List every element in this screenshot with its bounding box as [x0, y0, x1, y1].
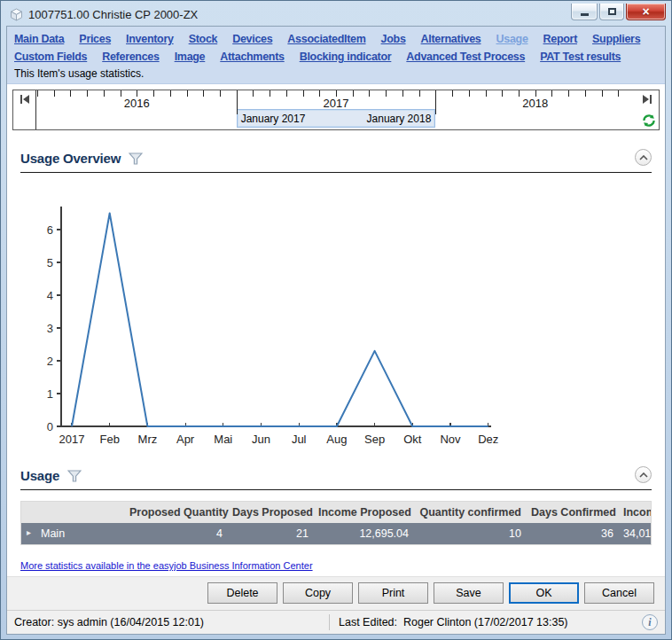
cell-quantity-confirmed: 10	[415, 523, 527, 544]
column-header-proposed-quantity[interactable]: Proposed Quantity	[126, 502, 229, 523]
timeline-year-divider	[237, 90, 238, 114]
tab-main-data[interactable]: Main Data	[14, 30, 64, 48]
skip-start-icon	[20, 95, 30, 104]
timeline[interactable]: January 2017 January 2018 201620172018	[12, 90, 660, 130]
usage-chart-area: 01234562017FebMrzAprMaiJunJulAugSepOktNo…	[20, 189, 652, 459]
timeline-skip-start-button[interactable]	[13, 90, 36, 129]
usage-info-text: This Item's usage statistics.	[14, 66, 658, 81]
x-axis-tick-label: Sep	[364, 433, 385, 446]
timeline-month-tick	[220, 90, 221, 97]
tab-pat-test-results[interactable]: PAT Test results	[540, 48, 621, 66]
item-cube-icon	[10, 8, 23, 21]
timeline-month-tick	[353, 90, 354, 97]
y-axis-tick-label: 3	[47, 322, 53, 335]
minimize-button[interactable]	[571, 4, 598, 20]
refresh-icon	[643, 114, 655, 127]
last-edited-status: Last Edited: Roger Clinton (17/02/2017 1…	[339, 616, 568, 628]
timeline-month-tick	[54, 90, 55, 97]
tab-inventory[interactable]: Inventory	[126, 30, 174, 48]
cell-days-confirmed: 36	[527, 523, 620, 544]
x-axis-tick-label: Okt	[403, 433, 422, 446]
row-expander-icon[interactable]: ▸	[21, 523, 39, 544]
tab-image[interactable]: Image	[175, 48, 206, 66]
timeline-ruler[interactable]: January 2017 January 2018 201620172018	[37, 90, 635, 129]
usage-series-line	[72, 214, 488, 427]
tab-suppliers[interactable]: Suppliers	[592, 30, 640, 48]
usage-line-chart: 01234562017FebMrzAprMaiJunJulAugSepOktNo…	[20, 189, 639, 459]
x-axis-tick-label: Mai	[214, 433, 232, 446]
tab-usage[interactable]: Usage	[496, 30, 528, 48]
info-button[interactable]: i	[642, 614, 658, 630]
usage-table: Proposed QuantityDays ProposedIncome Pro…	[20, 501, 652, 545]
delete-button[interactable]: Delete	[207, 582, 277, 604]
timeline-month-tick	[519, 90, 520, 97]
timeline-month-tick	[187, 90, 188, 97]
timeline-year-divider	[435, 90, 436, 114]
timeline-month-tick	[336, 90, 337, 97]
maximize-button[interactable]	[599, 4, 624, 20]
bic-statistics-link[interactable]: More statistics available in the easyjob…	[20, 560, 313, 571]
tab-prices[interactable]: Prices	[79, 30, 111, 48]
cell-income-proposed: 12,695.04	[315, 523, 415, 544]
timeline-month-tick	[419, 90, 420, 97]
x-axis-tick-label: Aug	[326, 433, 347, 446]
minimize-icon	[581, 13, 589, 16]
timeline-month-tick	[121, 90, 121, 97]
timeline-month-tick	[486, 90, 487, 97]
timeline-month-tick	[386, 90, 387, 97]
x-axis-tick-label: Apr	[176, 433, 195, 446]
tab-blocking-indicator[interactable]: Blocking indicator	[300, 48, 392, 66]
copy-button[interactable]: Copy	[283, 582, 353, 604]
info-icon: i	[648, 616, 651, 629]
status-bar: Creator: sys admin (16/04/2015 12:01) La…	[7, 610, 665, 634]
collapse-usage-button[interactable]	[635, 466, 652, 483]
main-area: Usage Overview 01234562017FebMrzAprMaiJu…	[7, 137, 665, 576]
cell-proposed-quantity: 4	[126, 523, 229, 544]
tab-attachments[interactable]: Attachments	[220, 48, 284, 66]
x-axis-tick-label: Feb	[99, 433, 119, 446]
close-button[interactable]: ×	[626, 4, 666, 20]
tab-jobs[interactable]: Jobs	[381, 30, 406, 48]
row-name: Main	[39, 523, 126, 544]
save-button[interactable]: Save	[434, 582, 504, 604]
tab-advanced-test-process[interactable]: Advanced Test Process	[406, 48, 525, 66]
timeline-wrap: January 2017 January 2018 201620172018	[7, 84, 665, 137]
collapse-overview-button[interactable]	[635, 149, 652, 166]
y-axis-tick-label: 5	[47, 256, 53, 269]
column-header-income-confirmed[interactable]: Income Confirmed	[620, 502, 651, 523]
tab-custom-fields[interactable]: Custom Fields	[14, 48, 87, 66]
filter-icon[interactable]	[67, 470, 82, 482]
usage-overview-title: Usage Overview	[20, 151, 121, 166]
cancel-button[interactable]: Cancel	[584, 582, 654, 604]
timeline-month-tick	[568, 90, 569, 97]
column-header-quantity-confirmed[interactable]: Quantity confirmed	[415, 502, 527, 523]
x-axis-tick-label: Jul	[292, 433, 307, 446]
timeline-month-tick	[303, 90, 304, 97]
refresh-button[interactable]	[643, 114, 655, 127]
dialog-button-bar: DeleteCopyPrintSaveOKCancel	[7, 576, 665, 610]
table-row-main[interactable]: ▸Main42112,695.04103634,014.44	[21, 523, 651, 544]
timeline-month-tick	[551, 90, 552, 97]
column-header-income-proposed[interactable]: Income Proposed	[315, 502, 415, 523]
title-bar: 1007751.00 Christie CP 2000-ZX ×	[6, 1, 666, 26]
status-divider	[329, 614, 330, 630]
ok-button[interactable]: OK	[509, 582, 579, 604]
print-button[interactable]: Print	[358, 582, 428, 604]
column-header-days-confirmed[interactable]: Days Confirmed	[527, 502, 620, 523]
usage-header: Usage	[20, 466, 652, 490]
timeline-range-selector[interactable]: January 2017 January 2018	[237, 109, 436, 128]
tab-associateditem[interactable]: AssociatedItem	[287, 30, 365, 48]
tab-devices[interactable]: Devices	[232, 30, 272, 48]
filter-icon[interactable]	[129, 152, 143, 165]
column-header-days-proposed[interactable]: Days Proposed	[229, 502, 315, 523]
timeline-month-tick	[535, 90, 536, 97]
x-axis-tick-label: Dez	[478, 433, 498, 446]
tab-references[interactable]: References	[102, 48, 159, 66]
timeline-month-tick	[319, 90, 320, 97]
close-icon: ×	[642, 5, 649, 18]
tab-report[interactable]: Report	[543, 30, 577, 48]
timeline-year-label: 2017	[324, 97, 349, 110]
tab-stock[interactable]: Stock	[189, 30, 218, 48]
tab-alternatives[interactable]: Alternatives	[421, 30, 481, 48]
y-axis-tick-label: 0	[47, 420, 53, 433]
